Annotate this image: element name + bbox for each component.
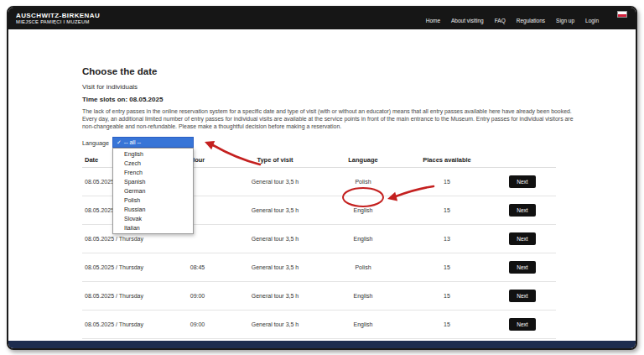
col-header-language: Language [321, 153, 405, 168]
cell-date: 08.05.2025 / Thursday [82, 253, 166, 282]
cell-type: General tour 3,5 h [229, 282, 321, 311]
next-button[interactable]: Next [509, 318, 535, 331]
main-nav: Home About visiting FAQ Regulations Sign… [426, 18, 599, 23]
cell-language: English [321, 311, 405, 339]
cell-places: 13 [405, 225, 489, 253]
col-header-action [489, 153, 556, 168]
col-header-type: Type of visit [229, 153, 321, 168]
nav-regulations[interactable]: Regulations [517, 18, 545, 23]
nav-faq[interactable]: FAQ [495, 18, 506, 23]
cell-hour: 08:45 [166, 253, 229, 282]
col-header-places: Places available [405, 153, 489, 168]
table-row: 08.05.2025 / Thursday 09:00 General tour… [82, 311, 556, 339]
timeslots-label: Time slots on: 08.05.2025 [82, 96, 636, 103]
site-logo[interactable]: AUSCHWITZ-BIRKENAU MIEJSCE PAMIĘCI I MUZ… [16, 12, 100, 25]
cell-type: General tour 3,5 h [229, 196, 321, 225]
nav-about-visiting[interactable]: About visiting [451, 18, 484, 23]
screenshot-frame: AUSCHWITZ-BIRKENAU MIEJSCE PAMIĘCI I MUZ… [7, 6, 637, 350]
dropdown-option-russian[interactable]: Russian [113, 205, 193, 214]
page-title: Choose the date [82, 66, 636, 76]
notice-text: The lack of entry passes in the online r… [82, 107, 579, 130]
polish-flag-icon[interactable] [617, 11, 627, 18]
cell-type: General tour 3,5 h [229, 225, 321, 253]
site-header: AUSCHWITZ-BIRKENAU MIEJSCE PAMIĘCI I MUZ… [8, 8, 636, 29]
next-button[interactable]: Next [509, 204, 535, 217]
cell-language: English [321, 196, 405, 225]
cell-date: 08.05.2025 / Thursday [82, 311, 166, 339]
cell-type: General tour 3,5 h [229, 311, 321, 339]
cell-hour: 09:00 [166, 282, 229, 311]
check-icon: ✓ [117, 139, 122, 146]
cell-places: 15 [405, 282, 489, 311]
next-button[interactable]: Next [509, 232, 535, 245]
cell-language: English [321, 282, 405, 311]
next-button[interactable]: Next [509, 261, 535, 274]
cell-type: General tour 3,5 h [229, 168, 321, 196]
cell-language: Polish [321, 168, 405, 196]
cell-type: General tour 3,5 h [229, 253, 321, 282]
dropdown-option-french[interactable]: French [113, 168, 193, 177]
cell-language: English [321, 225, 405, 253]
language-select-wrap: ✓ -- all -- English Czech French Spanish… [112, 137, 194, 148]
language-select[interactable]: ✓ -- all -- [112, 137, 194, 148]
cell-places: 15 [405, 311, 489, 339]
dropdown-option-slovak[interactable]: Slovak [113, 214, 193, 223]
nav-sign-up[interactable]: Sign up [556, 18, 574, 23]
selected-option-label: -- all -- [124, 139, 141, 145]
cell-hour: 09:00 [166, 311, 229, 339]
language-dropdown-list: English Czech French Spanish German Poli… [112, 148, 194, 234]
dropdown-option-italian[interactable]: Italian [113, 223, 193, 232]
dropdown-option-czech[interactable]: Czech [113, 159, 193, 168]
next-button[interactable]: Next [509, 175, 535, 188]
cell-places: 15 [405, 196, 489, 225]
language-filter-row: Language ✓ -- all -- English Czech Frenc… [82, 137, 636, 148]
dropdown-option-spanish[interactable]: Spanish [113, 177, 193, 186]
cell-places: 15 [405, 253, 489, 282]
footer-bar [8, 341, 636, 348]
dropdown-option-german[interactable]: German [113, 186, 193, 196]
site-title: AUSCHWITZ-BIRKENAU [16, 12, 100, 19]
table-row: 08.05.2025 / Thursday 08:45 General tour… [82, 253, 556, 282]
site-subtitle: MIEJSCE PAMIĘCI I MUZEUM [16, 19, 100, 25]
nav-login[interactable]: Login [585, 18, 599, 23]
nav-home[interactable]: Home [426, 18, 440, 23]
cell-date: 08.05.2025 / Thursday [82, 282, 166, 311]
visit-type-label: Visit for individuals [82, 83, 636, 91]
main-content: Choose the date Visit for individuals Ti… [8, 29, 636, 350]
language-filter-label: Language [82, 139, 109, 147]
next-button[interactable]: Next [509, 290, 535, 302]
table-row: 08.05.2025 / Thursday 09:00 General tour… [82, 282, 556, 311]
dropdown-option-polish[interactable]: Polish [113, 196, 193, 205]
cell-language: Polish [321, 253, 405, 282]
cell-places: 15 [405, 168, 489, 196]
dropdown-option-english[interactable]: English [113, 149, 193, 159]
